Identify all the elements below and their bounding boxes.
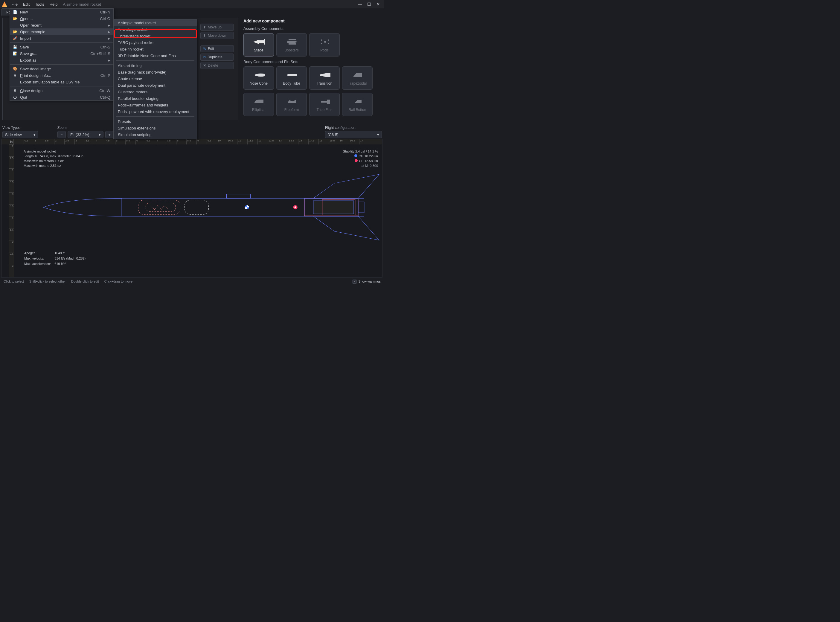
file-menu-item[interactable]: 📄NewCtrl-N: [10, 9, 113, 15]
file-menu-item[interactable]: 📂Open...Ctrl-O: [10, 15, 113, 22]
example-item[interactable]: 3D Printable Nose Cone and Fins: [114, 52, 197, 59]
menu-item-icon: 📂: [12, 29, 18, 34]
example-item[interactable]: Simulation extensions: [114, 125, 197, 131]
menu-item-icon: 📄: [12, 9, 18, 14]
file-menu-item[interactable]: 🚀Import▸: [10, 35, 113, 41]
show-warnings-checkbox[interactable]: ✓: [352, 280, 357, 284]
submenu-arrow-icon: ▸: [108, 36, 110, 41]
zoom-out-button[interactable]: −: [57, 131, 66, 138]
rocket-canvas[interactable]: 0° in 0.511.522.533.544.555.566.577.588.…: [1, 139, 383, 277]
trapezoidal-button[interactable]: Trapezoidal: [342, 66, 373, 90]
menu-item-icon: 💾: [12, 44, 18, 49]
file-menu-item[interactable]: 📂Open example▸: [10, 28, 113, 35]
example-item[interactable]: Parallel booster staging: [114, 95, 197, 102]
file-menu-item[interactable]: ⏻QuitCtrl-Q: [10, 94, 113, 101]
menu-item-icon: 🖨: [12, 73, 18, 78]
tube-fins-button[interactable]: Tube Fins: [309, 93, 340, 116]
menu-help[interactable]: Help: [47, 1, 60, 8]
minimize-button[interactable]: —: [358, 2, 362, 6]
example-item[interactable]: Pods--airframes and winglets: [114, 102, 197, 108]
example-item[interactable]: TARC payload rocket: [114, 39, 197, 46]
menu-item-label: Close design: [20, 88, 93, 93]
svg-rect-6: [321, 101, 327, 102]
file-menu-item[interactable]: 🖨Print design info...Ctrl-P: [10, 72, 113, 79]
boosters-icon: [285, 37, 297, 46]
chevron-down-icon: ▾: [99, 133, 101, 137]
transition-icon: [319, 70, 331, 79]
example-item[interactable]: Simulation scripting: [114, 131, 197, 138]
edit-button[interactable]: ✎Edit: [200, 45, 234, 52]
file-menu-item[interactable]: Open recent▸: [10, 22, 113, 28]
menu-tools[interactable]: Tools: [33, 1, 46, 8]
elliptical-button[interactable]: Elliptical: [244, 93, 274, 116]
file-menu-item[interactable]: ✖Close designCtrl-W: [10, 87, 113, 94]
example-item[interactable]: Two-stage rocket: [114, 26, 197, 33]
up-arrow-icon: ⬆: [203, 25, 206, 29]
rail-button-button[interactable]: Rail Button: [342, 93, 373, 116]
zoom-in-button[interactable]: +: [105, 131, 114, 138]
zoom-select[interactable]: Fit (33.2%)▾: [67, 131, 104, 138]
move-up-button[interactable]: ⬆Move up: [200, 24, 234, 31]
hint-shift-click: Shift+click to select other: [29, 280, 66, 283]
example-item[interactable]: Clustered motors: [114, 88, 197, 95]
delete-button[interactable]: ✖Delete: [200, 62, 234, 69]
show-warnings-label: Show warnings: [358, 280, 381, 283]
plus-icon: +: [108, 133, 111, 137]
example-item[interactable]: Airstart timing: [114, 62, 197, 69]
maximize-button[interactable]: ☐: [367, 2, 371, 6]
example-item[interactable]: Chute release: [114, 75, 197, 82]
freeform-button[interactable]: Freeform: [276, 93, 307, 116]
close-button[interactable]: ✕: [377, 2, 380, 6]
menu-item-label: Export simulation table as CSV file: [20, 80, 110, 84]
transition-button[interactable]: Transition: [309, 66, 340, 90]
menu-item-label: Open recent: [20, 23, 105, 27]
freeform-icon: [285, 97, 297, 106]
example-item[interactable]: Base drag hack (short-wide): [114, 69, 197, 75]
menu-edit[interactable]: Edit: [21, 1, 32, 8]
window-controls: — ☐ ✕: [358, 2, 383, 6]
example-item[interactable]: Dual parachute deployment: [114, 82, 197, 88]
example-item[interactable]: Three-stage rocket: [114, 33, 197, 39]
horizontal-ruler: 0.511.522.533.544.555.566.577.588.599.51…: [14, 139, 382, 145]
body-tube-button[interactable]: Body Tube: [276, 66, 307, 90]
file-menu-item[interactable]: 🎨Save decal image...: [10, 66, 113, 72]
menu-item-icon: 🎨: [12, 66, 18, 71]
file-menu-item[interactable]: 💾SaveCtrl-S: [10, 44, 113, 50]
example-item[interactable]: Pods--powered with recovery deployment: [114, 108, 197, 115]
example-item[interactable]: Tube fin rocket: [114, 46, 197, 52]
move-down-button[interactable]: ⬇Move down: [200, 32, 234, 39]
assembly-section-label: Assembly Components: [244, 26, 381, 31]
menu-item-icon: 🚀: [12, 36, 18, 41]
svg-point-2: [328, 40, 329, 41]
svg-rect-5: [287, 74, 297, 76]
rail-button-icon: [351, 97, 363, 106]
pods-button[interactable]: Pods: [309, 33, 340, 56]
example-item[interactable]: A simple model rocket: [114, 20, 197, 26]
duplicate-button[interactable]: ⧉Duplicate: [200, 53, 234, 61]
window-title: A simple model rocket: [63, 2, 101, 6]
nose-cone-button[interactable]: Nose Cone: [244, 66, 274, 90]
boosters-button[interactable]: Boosters: [276, 33, 307, 56]
menu-item-label: Print design info...: [20, 73, 95, 78]
flight-config-select[interactable]: [C6-5]▾: [325, 131, 382, 138]
menu-file[interactable]: File: [9, 1, 20, 8]
file-menu-item[interactable]: 📝Save as...Ctrl+Shift-S: [10, 50, 113, 57]
nose-cone-icon: [253, 70, 265, 79]
elliptical-icon: [253, 97, 265, 106]
example-item[interactable]: Presets: [114, 118, 197, 125]
menu-item-label: Save decal image...: [20, 67, 110, 71]
body-tube-icon: [285, 70, 297, 79]
open-example-submenu: A simple model rocketTwo-stage rocketThr…: [113, 19, 197, 139]
component-palette: Add new component Assembly Components St…: [238, 16, 384, 120]
file-menu-item[interactable]: Export as▸: [10, 57, 113, 63]
trapezoidal-icon: [351, 70, 363, 79]
ruler-unit: in: [2, 139, 14, 145]
flight-config-label: Flight configuration:: [325, 126, 382, 130]
file-menu-item[interactable]: Export simulation table as CSV file: [10, 79, 113, 85]
svg-point-0: [324, 41, 326, 43]
view-type-select[interactable]: Side view▾: [2, 131, 38, 138]
copy-icon: ⧉: [203, 55, 206, 59]
stage-button[interactable]: Stage: [244, 33, 274, 56]
menu-item-icon: [12, 58, 18, 63]
zoom-label: Zoom:: [57, 126, 114, 130]
